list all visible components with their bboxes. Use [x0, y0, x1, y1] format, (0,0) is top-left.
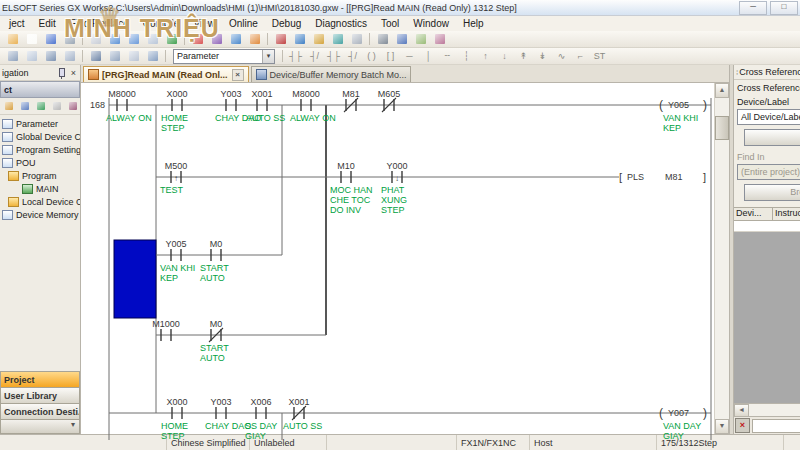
minimize-button[interactable]: ─ — [739, 1, 767, 15]
device-list-icon[interactable] — [87, 48, 104, 64]
inline-st-icon[interactable]: ST — [591, 48, 608, 64]
close-branch-icon[interactable]: ┤/ — [344, 48, 361, 64]
edge-recognition-icon[interactable]: ⌐ — [572, 48, 589, 64]
build-icon[interactable] — [393, 31, 410, 47]
menu-item-tool[interactable]: Tool — [374, 18, 406, 29]
parameter-combobox[interactable]: Parameter▾ — [173, 49, 275, 64]
tree-item-program[interactable]: Program — [0, 169, 80, 182]
open-branch-icon[interactable]: ┤├ — [325, 48, 342, 64]
invert-operation-icon[interactable]: ∿ — [553, 48, 570, 64]
verify-with-plc-icon[interactable] — [227, 31, 244, 47]
menu-item-find-replace[interactable]: Find/Replace — [63, 18, 136, 29]
menu-item-window[interactable]: Window — [406, 18, 456, 29]
device-label-combobox[interactable]: All Device/Label ▾ — [737, 109, 800, 125]
tree-item-local-device-comment[interactable]: Local Device Comment — [0, 195, 80, 208]
ladder-diagram[interactable]: 168M8000ALWAY ONX000HOMESTEPY003CHAY DAO… — [81, 83, 719, 440]
window-cascade-icon[interactable] — [106, 48, 123, 64]
collapse-all-icon[interactable] — [18, 99, 32, 113]
function-list-icon[interactable] — [23, 48, 40, 64]
stop-monitoring-icon[interactable] — [310, 31, 327, 47]
redo-icon[interactable] — [163, 31, 180, 47]
navigation-section-header[interactable]: ct — [0, 81, 80, 98]
buffer-memory-monitor-icon[interactable] — [348, 31, 365, 47]
menu-item-compile[interactable]: Compile — [136, 18, 187, 29]
panel-horizontal-scrollbar[interactable]: ◄ — [734, 403, 800, 416]
copy-icon[interactable] — [106, 31, 123, 47]
cut-icon[interactable] — [87, 31, 104, 47]
tab-device-buffer-memory[interactable]: Device/Buffer Memory Batch Mo... — [251, 66, 412, 82]
menu-item-project[interactable]: ject — [2, 18, 32, 29]
expand-all-icon[interactable] — [2, 99, 16, 113]
open-project-icon[interactable] — [23, 31, 40, 47]
chevron-down-icon[interactable]: ▾ — [262, 50, 274, 63]
remote-stop-icon[interactable] — [272, 31, 289, 47]
grid-header-instruction[interactable]: Instruct — [773, 208, 800, 220]
coil-icon[interactable]: ( ) — [363, 48, 380, 64]
print-icon[interactable] — [61, 31, 78, 47]
ladder-canvas[interactable]: 168M8000ALWAY ONX000HOMESTEPY003CHAY DAO… — [81, 83, 714, 434]
application-instruction-icon[interactable]: [ ] — [382, 48, 399, 64]
save-project-icon[interactable] — [42, 31, 59, 47]
menu-item-online[interactable]: Online — [222, 18, 265, 29]
start-monitoring-icon[interactable] — [291, 31, 308, 47]
cross-reference-window-icon[interactable] — [61, 48, 78, 64]
find-in-combobox[interactable]: (Entire project) ▾ — [737, 164, 800, 180]
menu-item-debug[interactable]: Debug — [265, 18, 308, 29]
view-button-project[interactable]: Project — [0, 371, 80, 387]
maximize-button[interactable]: □ — [770, 1, 798, 15]
find-button[interactable]: Find — [744, 129, 800, 146]
vertical-line-icon[interactable]: │ — [420, 48, 437, 64]
output-window-icon[interactable] — [42, 48, 59, 64]
close-contact-icon[interactable]: ┤/ — [306, 48, 323, 64]
tree-item-program-setting[interactable]: Program Setting — [0, 143, 80, 156]
view-switcher-overflow[interactable]: ▾ — [0, 419, 80, 434]
navigation-panel: igation × ct ▾ ParameterGlobal Device Co… — [0, 65, 81, 434]
tree-item-global-device-comment[interactable]: Global Device Comment — [0, 130, 80, 143]
delete-vertical-line-icon[interactable]: ┆ — [458, 48, 475, 64]
tree-item-device-memory[interactable]: Device Memory — [0, 208, 80, 221]
sort-icon[interactable] — [34, 99, 48, 113]
rebuild-all-icon[interactable] — [412, 31, 429, 47]
rising-pulse-branch-icon[interactable]: ↟ — [515, 48, 532, 64]
open-contact-icon[interactable]: ┤├ — [287, 48, 304, 64]
write-to-plc-icon[interactable] — [189, 31, 206, 47]
view-button-connection-destination[interactable]: Connection Desti... — [0, 403, 80, 419]
undo-icon[interactable] — [144, 31, 161, 47]
online-program-change-icon[interactable] — [431, 31, 448, 47]
tab-prg-read-main[interactable]: [PRG]Read MAIN (Read Onl... × — [83, 66, 249, 82]
horizontal-line-icon[interactable]: ─ — [401, 48, 418, 64]
tree-item-parameter[interactable]: Parameter — [0, 117, 80, 130]
new-project-icon[interactable] — [4, 31, 21, 47]
device-comment: HOME — [161, 421, 188, 431]
coil-symbol: ) — [703, 98, 707, 112]
navigation-window-icon[interactable] — [4, 48, 21, 64]
grid-header-device[interactable]: Devi... — [734, 208, 773, 220]
close-icon[interactable]: × — [69, 68, 78, 78]
delete-horizontal-line-icon[interactable]: ╌ — [439, 48, 456, 64]
browse-button[interactable]: Browse... — [744, 184, 800, 201]
program-check-icon[interactable] — [374, 31, 391, 47]
pin-icon[interactable] — [59, 68, 65, 77]
project-settings-icon[interactable] — [66, 99, 80, 113]
tree-item-main[interactable]: MAIN — [0, 182, 80, 195]
menu-item-diagnostics[interactable]: Diagnostics — [308, 18, 374, 29]
remote-run-icon[interactable] — [246, 31, 263, 47]
tree-item-pou[interactable]: POU — [0, 156, 80, 169]
read-from-plc-icon[interactable] — [208, 31, 225, 47]
device-comment: AUTO SS — [283, 421, 322, 431]
rising-pulse-icon[interactable]: ↑ — [477, 48, 494, 64]
window-tile-icon[interactable] — [125, 48, 142, 64]
view-button-user-library[interactable]: User Library — [0, 387, 80, 403]
tab-close-icon[interactable]: × — [232, 69, 244, 81]
device-batch-monitor-icon[interactable] — [329, 31, 346, 47]
menu-item-help[interactable]: Help — [456, 18, 491, 29]
zoom-window-icon[interactable] — [144, 48, 161, 64]
filter-icon[interactable] — [50, 99, 64, 113]
falling-pulse-icon[interactable]: ↓ — [496, 48, 513, 64]
paste-icon[interactable] — [125, 31, 142, 47]
delete-filter-icon[interactable]: × — [735, 418, 750, 433]
menu-item-view[interactable]: View — [186, 18, 222, 29]
menu-item-edit[interactable]: Edit — [32, 18, 63, 29]
falling-pulse-branch-icon[interactable]: ↡ — [534, 48, 551, 64]
panel-input-strip[interactable] — [752, 419, 800, 433]
